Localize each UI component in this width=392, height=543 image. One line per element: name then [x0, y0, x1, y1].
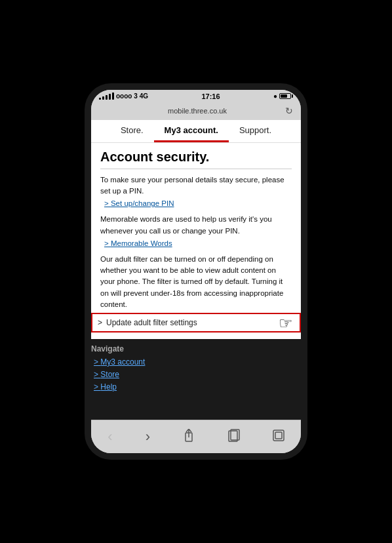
status-bar: oooo 3 4G 17:16 ●: [91, 90, 301, 103]
site-nav: Store. My3 account. Support.: [91, 120, 301, 143]
refresh-icon[interactable]: ↻: [285, 106, 293, 116]
memorable-words-link[interactable]: Memorable Words: [104, 239, 292, 247]
carrier-label: oooo 3: [116, 92, 138, 100]
nav-support[interactable]: Support.: [229, 125, 282, 142]
bookmarks-icon: [228, 429, 240, 442]
tabs-button[interactable]: [266, 427, 291, 447]
phone-screen: oooo 3 4G 17:16 ● mobile.three.co.uk ↻: [91, 90, 301, 453]
url-bar[interactable]: mobile.three.co.uk ↻: [91, 103, 301, 120]
forward-button[interactable]: ›: [139, 426, 157, 448]
pin-section-text: To make sure your personal details stay …: [100, 174, 292, 197]
memorable-words-section-text: Memorable words are used to help us veri…: [100, 214, 292, 237]
navigate-section: Navigate My3 account Store Help: [91, 339, 301, 400]
status-right: ●: [273, 92, 293, 100]
tabs-icon: [273, 430, 284, 441]
status-left: oooo 3 4G: [99, 92, 148, 100]
navigate-store[interactable]: Store: [94, 370, 301, 379]
nav-my3account[interactable]: My3 account.: [154, 125, 229, 142]
adult-filter-section-text: Our adult filter can be turned on or off…: [100, 254, 292, 310]
battery-indicator: [279, 93, 293, 99]
share-button[interactable]: [176, 426, 201, 448]
phone-frame: oooo 3 4G 17:16 ● mobile.three.co.uk ↻: [85, 83, 307, 460]
navigate-my3account[interactable]: My3 account: [94, 357, 301, 367]
cursor-icon: ☞: [279, 314, 293, 332]
navigate-title: Navigate: [91, 344, 301, 353]
wifi-icon: ●: [273, 92, 277, 100]
url-text: mobile.three.co.uk: [109, 107, 285, 115]
navigate-help[interactable]: Help: [94, 382, 301, 392]
pin-link[interactable]: Set up/change PIN: [104, 199, 292, 207]
page-content: Account security. To make sure your pers…: [91, 143, 301, 339]
adult-filter-link-label[interactable]: Update adult filter settings: [106, 318, 197, 327]
arrow-icon: >: [98, 318, 102, 327]
bottom-spacer: [91, 400, 301, 420]
status-time: 17:16: [201, 92, 220, 100]
browser-toolbar: ‹ ›: [91, 420, 301, 453]
nav-store[interactable]: Store.: [110, 125, 154, 142]
adult-filter-row[interactable]: > Update adult filter settings ☞: [91, 313, 301, 332]
signal-dots: [99, 92, 114, 100]
bookmarks-button[interactable]: [222, 426, 246, 448]
network-label: 4G: [140, 92, 148, 100]
share-icon: [183, 429, 195, 442]
page-title: Account security.: [100, 150, 292, 169]
back-button[interactable]: ‹: [101, 426, 119, 448]
svg-rect-5: [275, 432, 282, 439]
